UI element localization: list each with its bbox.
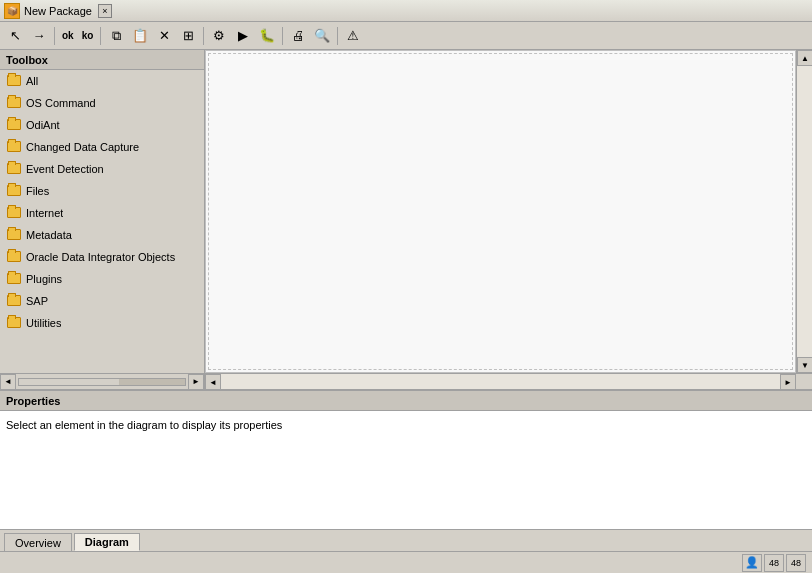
tab-diagram-label: Diagram: [85, 536, 129, 548]
debug-button[interactable]: 🐛: [256, 25, 278, 47]
all-folder-icon: [6, 73, 22, 89]
metadata-folder-icon: [6, 227, 22, 243]
delete-button[interactable]: ✕: [153, 25, 175, 47]
toolbox-item-plugins-label: Plugins: [26, 273, 62, 285]
canvas-hscrollbar: ◄ ►: [205, 373, 812, 389]
status-bar: 👤 48 48: [0, 551, 812, 573]
toolbox-item-metadata[interactable]: Metadata: [0, 224, 204, 246]
properties-content: Select an element in the diagram to disp…: [0, 411, 812, 529]
copy-button[interactable]: ⧉: [105, 25, 127, 47]
tab-diagram[interactable]: Diagram: [74, 533, 140, 551]
status-icon-user: 👤: [742, 554, 762, 572]
toolbox-item-utilities-label: Utilities: [26, 317, 61, 329]
toolbox-scroll-left[interactable]: ◄: [0, 374, 16, 390]
canvas-vscrollbar: ▲ ▼: [796, 50, 812, 373]
tab-overview-label: Overview: [15, 537, 61, 549]
utilities-folder-icon: [6, 315, 22, 331]
toolbox-list: All OS Command OdiAnt: [0, 70, 204, 373]
title-bar-text: New Package: [24, 5, 92, 17]
toolbox-item-internet[interactable]: Internet: [0, 202, 204, 224]
toolbox-item-utilities[interactable]: Utilities: [0, 312, 204, 334]
toolbox-item-all[interactable]: All: [0, 70, 204, 92]
toolbox-item-sap[interactable]: SAP: [0, 290, 204, 312]
canvas-wrapper: ▲ ▼ ◄ ►: [205, 50, 812, 389]
close-button[interactable]: ×: [98, 4, 112, 18]
toolbox-item-os-command-label: OS Command: [26, 97, 96, 109]
ok-button[interactable]: ok: [59, 25, 77, 47]
hscroll-track: [221, 374, 780, 389]
toolbar-separator-4: [282, 27, 283, 45]
toolbox-item-event-detection-label: Event Detection: [26, 163, 104, 175]
toolbox-item-all-label: All: [26, 75, 38, 87]
toolbox-panel: Toolbox All OS Command: [0, 50, 205, 389]
tab-overview[interactable]: Overview: [4, 533, 72, 551]
zoom-button[interactable]: 🔍: [311, 25, 333, 47]
grid-button[interactable]: ⊞: [177, 25, 199, 47]
toolbox-scroll-right[interactable]: ►: [188, 374, 204, 390]
toolbox-header: Toolbox: [0, 50, 204, 70]
properties-header: Properties: [0, 391, 812, 411]
status-icon-48b: 48: [786, 554, 806, 572]
status-right: 👤 48 48: [742, 554, 806, 572]
toolbar-separator-5: [337, 27, 338, 45]
arrow-tool-button[interactable]: →: [28, 25, 50, 47]
status-icon-48a: 48: [764, 554, 784, 572]
title-bar: 📦 New Package ×: [0, 0, 812, 22]
event-detection-folder-icon: [6, 161, 22, 177]
print-button[interactable]: 🖨: [287, 25, 309, 47]
toolbox-item-changed-data-capture-label: Changed Data Capture: [26, 141, 139, 153]
sap-folder-icon: [6, 293, 22, 309]
toolbox-item-oracle-data-integrator-objects[interactable]: Oracle Data Integrator Objects: [0, 246, 204, 268]
toolbox-item-plugins[interactable]: Plugins: [0, 268, 204, 290]
odiant-folder-icon: [6, 117, 22, 133]
toolbar: ↖ → ok ko ⧉ 📋 ✕ ⊞ ⚙ ▶ 🐛 🖨 🔍 ⚠: [0, 22, 812, 50]
internet-folder-icon: [6, 205, 22, 221]
toolbox-item-event-detection[interactable]: Event Detection: [0, 158, 204, 180]
canvas[interactable]: [205, 50, 796, 373]
toolbox-hscrollbar: ◄ ►: [0, 373, 204, 389]
toolbox-item-odiant[interactable]: OdiAnt: [0, 114, 204, 136]
app-body: Toolbox All OS Command: [0, 50, 812, 573]
properties-panel: Properties Select an element in the diag…: [0, 389, 812, 529]
toolbar-separator-3: [203, 27, 204, 45]
toolbox-item-changed-data-capture[interactable]: Changed Data Capture: [0, 136, 204, 158]
toolbox-item-os-command[interactable]: OS Command: [0, 92, 204, 114]
paste-button[interactable]: 📋: [129, 25, 151, 47]
vscroll-down-button[interactable]: ▼: [797, 357, 812, 373]
plugins-folder-icon: [6, 271, 22, 287]
canvas-row: ▲ ▼: [205, 50, 812, 373]
vscroll-up-button[interactable]: ▲: [797, 50, 812, 66]
hscroll-left-button[interactable]: ◄: [205, 374, 221, 389]
toolbox-item-metadata-label: Metadata: [26, 229, 72, 241]
changed-data-capture-folder-icon: [6, 139, 22, 155]
files-folder-icon: [6, 183, 22, 199]
run-button[interactable]: ▶: [232, 25, 254, 47]
content-area: Toolbox All OS Command: [0, 50, 812, 389]
toolbar-separator-2: [100, 27, 101, 45]
settings-button[interactable]: ⚙: [208, 25, 230, 47]
cursor-tool-button[interactable]: ↖: [4, 25, 26, 47]
scrollbar-corner: [796, 374, 812, 389]
toolbox-item-files[interactable]: Files: [0, 180, 204, 202]
properties-message: Select an element in the diagram to disp…: [6, 419, 282, 431]
hscroll-right-button[interactable]: ►: [780, 374, 796, 389]
toolbox-item-files-label: Files: [26, 185, 49, 197]
app-icon: 📦: [4, 3, 20, 19]
vscroll-track: [797, 66, 812, 357]
os-command-folder-icon: [6, 95, 22, 111]
ko-button[interactable]: ko: [79, 25, 97, 47]
toolbox-item-odiant-label: OdiAnt: [26, 119, 60, 131]
toolbox-scroll-thumb: [18, 378, 186, 386]
canvas-dashed-border: [208, 53, 793, 370]
toolbar-separator-1: [54, 27, 55, 45]
toolbox-item-internet-label: Internet: [26, 207, 63, 219]
bottom-tabs: Overview Diagram: [0, 529, 812, 551]
warn-button[interactable]: ⚠: [342, 25, 364, 47]
toolbox-item-sap-label: SAP: [26, 295, 48, 307]
oracle-folder-icon: [6, 249, 22, 265]
toolbox-item-oracle-label: Oracle Data Integrator Objects: [26, 251, 175, 263]
